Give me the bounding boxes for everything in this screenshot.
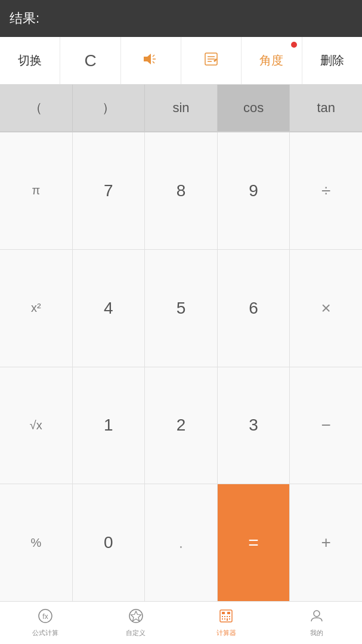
svg-rect-15 bbox=[227, 612, 230, 614]
keypad: π 7 8 9 ÷ x² 4 5 6 × √x 1 2 3 − % 0 . = … bbox=[0, 132, 362, 601]
cos-button[interactable]: cos bbox=[218, 85, 290, 131]
key-7[interactable]: 7 bbox=[73, 132, 146, 249]
svg-rect-14 bbox=[222, 612, 225, 614]
angle-button[interactable]: 角度 bbox=[242, 37, 302, 84]
svg-rect-13 bbox=[220, 610, 232, 622]
key-3[interactable]: 3 bbox=[218, 367, 290, 484]
key-row-4: % 0 . = + bbox=[0, 484, 362, 601]
nav-formula-label: 公式计算 bbox=[32, 628, 58, 637]
xsquared-button[interactable]: x² bbox=[0, 250, 73, 367]
dot-button[interactable]: . bbox=[145, 484, 218, 601]
svg-rect-16 bbox=[222, 616, 223, 617]
svg-marker-0 bbox=[144, 54, 151, 64]
key-0[interactable]: 0 bbox=[73, 484, 146, 601]
equals-button[interactable]: = bbox=[218, 484, 290, 601]
pi-button[interactable]: π bbox=[0, 132, 73, 249]
control-row: 切换 C 角度 删除 bbox=[0, 37, 362, 85]
star-icon bbox=[128, 608, 144, 626]
key-row-3: √x 1 2 3 − bbox=[0, 367, 362, 485]
svg-rect-20 bbox=[222, 618, 223, 620]
sqrt-button[interactable]: √x bbox=[0, 367, 73, 484]
divide-button[interactable]: ÷ bbox=[290, 132, 362, 249]
switch-button[interactable]: 切换 bbox=[0, 37, 60, 84]
key-row-2: x² 4 5 6 × bbox=[0, 250, 362, 367]
rparen-button[interactable]: ） bbox=[73, 85, 146, 131]
sin-label: sin bbox=[172, 100, 189, 116]
svg-line-3 bbox=[153, 61, 154, 63]
svg-rect-18 bbox=[227, 616, 228, 617]
key-9[interactable]: 9 bbox=[218, 132, 290, 249]
plus-button[interactable]: + bbox=[290, 484, 362, 601]
svg-rect-17 bbox=[224, 616, 225, 617]
nav-custom[interactable]: 自定义 bbox=[91, 602, 181, 644]
nav-mine[interactable]: 我的 bbox=[271, 602, 362, 644]
bottom-nav: fx 公式计算 自定义 bbox=[0, 601, 362, 644]
key-row-1: π 7 8 9 ÷ bbox=[0, 132, 362, 250]
key-6[interactable]: 6 bbox=[218, 250, 290, 367]
lparen-label: （ bbox=[29, 99, 42, 117]
svg-text:fx: fx bbox=[42, 612, 48, 621]
percent-button[interactable]: % bbox=[0, 484, 73, 601]
switch-label: 切换 bbox=[18, 52, 42, 69]
red-dot-indicator bbox=[291, 42, 297, 48]
sound-button[interactable] bbox=[121, 37, 181, 84]
multiply-button[interactable]: × bbox=[290, 250, 362, 367]
svg-marker-12 bbox=[131, 611, 141, 621]
clear-button[interactable]: C bbox=[60, 37, 120, 84]
cos-label: cos bbox=[243, 100, 264, 116]
minus-button[interactable]: − bbox=[290, 367, 362, 484]
tan-label: tan bbox=[317, 100, 335, 116]
delete-button[interactable]: 删除 bbox=[302, 37, 362, 84]
tan-button[interactable]: tan bbox=[290, 85, 362, 131]
lparen-button[interactable]: （ bbox=[0, 85, 73, 131]
result-label: 结果: bbox=[10, 10, 39, 27]
trig-row: （ ） sin cos tan bbox=[0, 85, 362, 132]
nav-formula[interactable]: fx 公式计算 bbox=[0, 602, 91, 644]
edit-icon bbox=[203, 51, 219, 70]
svg-rect-19 bbox=[229, 616, 230, 617]
key-4[interactable]: 4 bbox=[73, 250, 146, 367]
key-8[interactable]: 8 bbox=[145, 132, 218, 249]
rparen-label: ） bbox=[102, 99, 115, 117]
nav-calculator[interactable]: 计算器 bbox=[181, 602, 272, 644]
nav-calculator-label: 计算器 bbox=[216, 628, 236, 637]
clear-label: C bbox=[84, 51, 96, 70]
result-bar: 结果: bbox=[0, 0, 362, 37]
angle-label: 角度 bbox=[259, 52, 283, 69]
svg-rect-22 bbox=[227, 618, 228, 621]
nav-custom-label: 自定义 bbox=[126, 628, 146, 637]
svg-rect-23 bbox=[229, 618, 230, 620]
sound-icon bbox=[143, 52, 159, 70]
key-5[interactable]: 5 bbox=[145, 250, 218, 367]
person-icon bbox=[309, 608, 324, 626]
delete-label: 删除 bbox=[320, 52, 344, 69]
svg-line-1 bbox=[153, 55, 154, 57]
svg-rect-21 bbox=[224, 618, 225, 620]
nav-mine-label: 我的 bbox=[310, 628, 323, 637]
key-1[interactable]: 1 bbox=[73, 367, 146, 484]
svg-point-24 bbox=[314, 611, 320, 617]
key-2[interactable]: 2 bbox=[145, 367, 218, 484]
sin-button[interactable]: sin bbox=[145, 85, 218, 131]
calculator-icon bbox=[218, 608, 234, 626]
formula-icon: fx bbox=[38, 608, 53, 626]
edit-button[interactable] bbox=[181, 37, 242, 84]
